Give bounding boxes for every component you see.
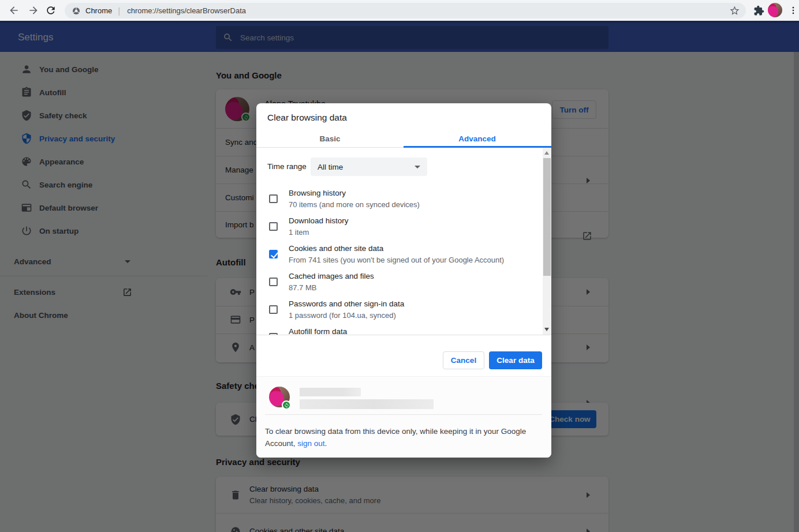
- checkbox[interactable]: [269, 278, 278, 286]
- chrome-logo-icon: [72, 6, 81, 16]
- back-icon[interactable]: [7, 3, 21, 17]
- checkbox-sublabel: 87.7 MB: [289, 283, 520, 292]
- dialog-scroll-area: Time range All time Browsing history 70 …: [256, 148, 551, 335]
- checkbox-sublabel: 1 item: [289, 228, 520, 237]
- note-period: .: [325, 439, 327, 448]
- footer-divider: [265, 414, 542, 415]
- time-range-value: All time: [318, 163, 415, 171]
- checkbox-label: Autofill form data: [289, 327, 347, 335]
- scroll-down-icon[interactable]: [544, 328, 549, 331]
- address-bar[interactable]: Chrome | chrome://settings/clearBrowserD…: [65, 3, 746, 18]
- clear-browsing-data-dialog: Clear browsing data Basic Advanced Time …: [256, 103, 551, 458]
- time-range-select[interactable]: All time: [311, 158, 427, 176]
- signout-note: To clear browsing data from this device …: [265, 425, 531, 449]
- browser-toolbar: Chrome | chrome://settings/clearBrowserD…: [0, 0, 799, 21]
- settings-page: Settings You and Google Autofill Safety …: [0, 23, 799, 532]
- note-line1: To clear browsing data from this device …: [265, 427, 526, 436]
- checkbox[interactable]: [269, 305, 278, 314]
- checkbox-row-download-history[interactable]: Download history 1 item: [256, 215, 510, 242]
- checkbox-row-browsing-history[interactable]: Browsing history 70 items (and more on s…: [256, 187, 510, 215]
- checkbox[interactable]: [269, 250, 278, 258]
- scroll-up-icon[interactable]: [544, 151, 549, 155]
- checkbox-row-cached-images[interactable]: Cached images and files 87.7 MB: [256, 270, 510, 298]
- checkbox-sublabel: From 741 sites (you won't be signed out …: [289, 256, 520, 264]
- profile-avatar[interactable]: [768, 3, 782, 17]
- checkbox-label: Cookies and other site data: [289, 244, 383, 253]
- extensions-puzzle-icon[interactable]: [752, 3, 766, 17]
- redacted-account-name: [300, 388, 361, 396]
- checkbox-label: Cached images and files: [289, 272, 374, 280]
- scrollbar-thumb[interactable]: [543, 158, 551, 276]
- screen: Chrome | chrome://settings/clearBrowserD…: [0, 0, 799, 532]
- url-text[interactable]: chrome://settings/clearBrowserData: [127, 6, 729, 15]
- checkbox-row-passwords[interactable]: Passwords and other sign-in data 1 passw…: [256, 298, 510, 325]
- sign-out-link[interactable]: sign out: [297, 439, 324, 448]
- dialog-divider: [256, 335, 551, 335]
- menu-kebab-icon[interactable]: [786, 3, 799, 17]
- chip-separator: |: [118, 6, 120, 16]
- redacted-account-email: [300, 399, 434, 409]
- checkbox[interactable]: [269, 222, 278, 231]
- tab-advanced[interactable]: Advanced: [404, 130, 551, 147]
- checkbox-label: Download history: [289, 216, 349, 225]
- tab-basic[interactable]: Basic: [256, 130, 404, 147]
- forward-icon[interactable]: [27, 3, 40, 17]
- sync-badge-icon: [282, 400, 291, 410]
- site-chip: Chrome: [85, 6, 112, 15]
- checkbox-row-cookies[interactable]: Cookies and other site data From 741 sit…: [256, 242, 510, 270]
- clear-data-button[interactable]: Clear data: [489, 351, 542, 369]
- checkbox-sublabel: 1 password (for 104.ua, synced): [289, 311, 520, 320]
- dialog-footer: To clear browsing data from this device …: [256, 376, 551, 458]
- bookmark-star-icon[interactable]: [729, 5, 740, 16]
- reload-icon[interactable]: [44, 3, 58, 17]
- note-line2: Account,: [265, 439, 297, 448]
- time-range-label: Time range: [267, 162, 307, 171]
- dialog-title: Clear browsing data: [267, 113, 347, 123]
- checkbox-row-autofill-form-data[interactable]: Autofill form data: [256, 325, 510, 335]
- checkbox[interactable]: [269, 194, 278, 203]
- checkbox-label: Passwords and other sign-in data: [289, 299, 404, 308]
- checkbox-label: Browsing history: [289, 189, 346, 197]
- cancel-button[interactable]: Cancel: [443, 351, 484, 369]
- dialog-scrollbar[interactable]: [543, 148, 551, 335]
- chevron-down-icon: [415, 166, 420, 168]
- checkbox-sublabel: 70 items (and more on synced devices): [289, 200, 520, 209]
